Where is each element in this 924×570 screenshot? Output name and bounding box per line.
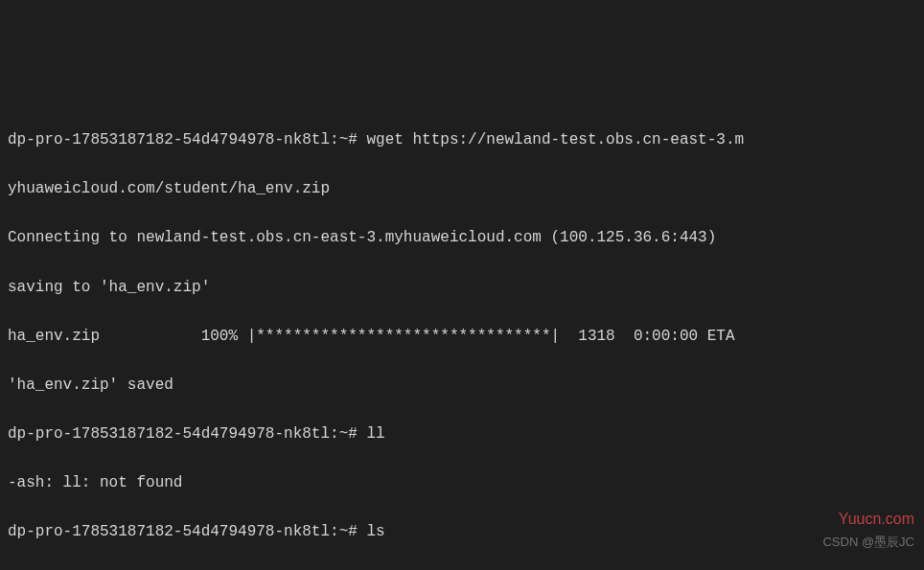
output-connecting: Connecting to newland-test.obs.cn-east-3… [8, 226, 916, 251]
cmd-ls-1: dp-pro-17853187182-54d4794978-nk8tl:~# l… [8, 520, 916, 545]
output-saving: saving to 'ha_env.zip' [8, 276, 916, 301]
output-saved: 'ha_env.zip' saved [8, 374, 916, 399]
output-progress: ha_env.zip 100% |***********************… [8, 325, 916, 350]
output-ll-error: -ash: ll: not found [8, 471, 916, 496]
cmd-ll: dp-pro-17853187182-54d4794978-nk8tl:~# l… [8, 422, 916, 447]
cmd-wget-line2: yhuaweicloud.com/student/ha_env.zip [8, 177, 916, 202]
cmd-wget-line1: dp-pro-17853187182-54d4794978-nk8tl:~# w… [8, 128, 916, 153]
terminal-output[interactable]: dp-pro-17853187182-54d4794978-nk8tl:~# w… [8, 103, 916, 570]
